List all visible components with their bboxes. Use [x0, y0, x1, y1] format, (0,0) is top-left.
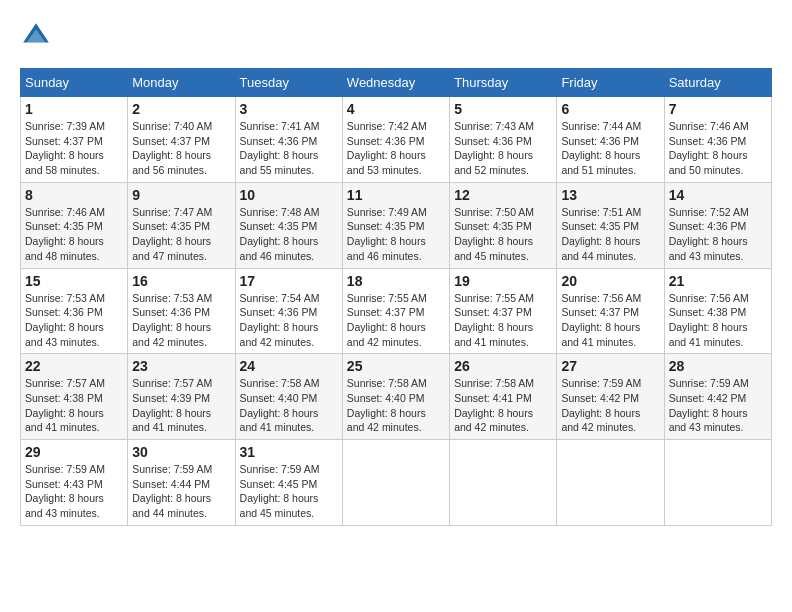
day-number: 22 [25, 358, 123, 374]
calendar-cell: 28Sunrise: 7:59 AM Sunset: 4:42 PM Dayli… [664, 354, 771, 440]
calendar-week-3: 15Sunrise: 7:53 AM Sunset: 4:36 PM Dayli… [21, 268, 772, 354]
calendar-cell: 16Sunrise: 7:53 AM Sunset: 4:36 PM Dayli… [128, 268, 235, 354]
cell-info: Sunrise: 7:41 AM Sunset: 4:36 PM Dayligh… [240, 119, 338, 178]
cell-info: Sunrise: 7:58 AM Sunset: 4:40 PM Dayligh… [240, 376, 338, 435]
day-number: 2 [132, 101, 230, 117]
calendar-cell: 23Sunrise: 7:57 AM Sunset: 4:39 PM Dayli… [128, 354, 235, 440]
calendar-cell: 25Sunrise: 7:58 AM Sunset: 4:40 PM Dayli… [342, 354, 449, 440]
cell-info: Sunrise: 7:47 AM Sunset: 4:35 PM Dayligh… [132, 205, 230, 264]
cell-info: Sunrise: 7:55 AM Sunset: 4:37 PM Dayligh… [454, 291, 552, 350]
calendar-cell: 27Sunrise: 7:59 AM Sunset: 4:42 PM Dayli… [557, 354, 664, 440]
day-number: 14 [669, 187, 767, 203]
day-number: 10 [240, 187, 338, 203]
day-number: 26 [454, 358, 552, 374]
day-number: 25 [347, 358, 445, 374]
day-number: 9 [132, 187, 230, 203]
calendar-cell: 1Sunrise: 7:39 AM Sunset: 4:37 PM Daylig… [21, 97, 128, 183]
calendar-cell: 13Sunrise: 7:51 AM Sunset: 4:35 PM Dayli… [557, 182, 664, 268]
logo-icon [20, 20, 52, 52]
weekday-header-monday: Monday [128, 69, 235, 97]
logo [20, 20, 56, 52]
weekday-header-sunday: Sunday [21, 69, 128, 97]
calendar-cell: 6Sunrise: 7:44 AM Sunset: 4:36 PM Daylig… [557, 97, 664, 183]
day-number: 21 [669, 273, 767, 289]
day-number: 19 [454, 273, 552, 289]
cell-info: Sunrise: 7:59 AM Sunset: 4:43 PM Dayligh… [25, 462, 123, 521]
day-number: 17 [240, 273, 338, 289]
day-number: 7 [669, 101, 767, 117]
calendar-cell: 20Sunrise: 7:56 AM Sunset: 4:37 PM Dayli… [557, 268, 664, 354]
calendar-cell: 11Sunrise: 7:49 AM Sunset: 4:35 PM Dayli… [342, 182, 449, 268]
weekday-header-tuesday: Tuesday [235, 69, 342, 97]
day-number: 6 [561, 101, 659, 117]
weekday-header-thursday: Thursday [450, 69, 557, 97]
weekday-header-row: SundayMondayTuesdayWednesdayThursdayFrid… [21, 69, 772, 97]
calendar-cell: 21Sunrise: 7:56 AM Sunset: 4:38 PM Dayli… [664, 268, 771, 354]
day-number: 18 [347, 273, 445, 289]
cell-info: Sunrise: 7:51 AM Sunset: 4:35 PM Dayligh… [561, 205, 659, 264]
calendar-cell [450, 440, 557, 526]
day-number: 3 [240, 101, 338, 117]
cell-info: Sunrise: 7:53 AM Sunset: 4:36 PM Dayligh… [25, 291, 123, 350]
day-number: 20 [561, 273, 659, 289]
day-number: 1 [25, 101, 123, 117]
calendar-cell: 2Sunrise: 7:40 AM Sunset: 4:37 PM Daylig… [128, 97, 235, 183]
calendar-table: SundayMondayTuesdayWednesdayThursdayFrid… [20, 68, 772, 526]
calendar-cell: 12Sunrise: 7:50 AM Sunset: 4:35 PM Dayli… [450, 182, 557, 268]
calendar-cell: 30Sunrise: 7:59 AM Sunset: 4:44 PM Dayli… [128, 440, 235, 526]
calendar-cell: 8Sunrise: 7:46 AM Sunset: 4:35 PM Daylig… [21, 182, 128, 268]
cell-info: Sunrise: 7:56 AM Sunset: 4:37 PM Dayligh… [561, 291, 659, 350]
cell-info: Sunrise: 7:59 AM Sunset: 4:42 PM Dayligh… [561, 376, 659, 435]
cell-info: Sunrise: 7:49 AM Sunset: 4:35 PM Dayligh… [347, 205, 445, 264]
day-number: 12 [454, 187, 552, 203]
day-number: 13 [561, 187, 659, 203]
cell-info: Sunrise: 7:57 AM Sunset: 4:38 PM Dayligh… [25, 376, 123, 435]
calendar-cell: 18Sunrise: 7:55 AM Sunset: 4:37 PM Dayli… [342, 268, 449, 354]
calendar-cell: 7Sunrise: 7:46 AM Sunset: 4:36 PM Daylig… [664, 97, 771, 183]
calendar-cell [557, 440, 664, 526]
day-number: 15 [25, 273, 123, 289]
cell-info: Sunrise: 7:58 AM Sunset: 4:40 PM Dayligh… [347, 376, 445, 435]
weekday-header-friday: Friday [557, 69, 664, 97]
cell-info: Sunrise: 7:52 AM Sunset: 4:36 PM Dayligh… [669, 205, 767, 264]
day-number: 24 [240, 358, 338, 374]
cell-info: Sunrise: 7:43 AM Sunset: 4:36 PM Dayligh… [454, 119, 552, 178]
calendar-cell: 9Sunrise: 7:47 AM Sunset: 4:35 PM Daylig… [128, 182, 235, 268]
cell-info: Sunrise: 7:46 AM Sunset: 4:36 PM Dayligh… [669, 119, 767, 178]
cell-info: Sunrise: 7:59 AM Sunset: 4:45 PM Dayligh… [240, 462, 338, 521]
calendar-week-1: 1Sunrise: 7:39 AM Sunset: 4:37 PM Daylig… [21, 97, 772, 183]
day-number: 4 [347, 101, 445, 117]
calendar-cell: 31Sunrise: 7:59 AM Sunset: 4:45 PM Dayli… [235, 440, 342, 526]
cell-info: Sunrise: 7:58 AM Sunset: 4:41 PM Dayligh… [454, 376, 552, 435]
cell-info: Sunrise: 7:59 AM Sunset: 4:44 PM Dayligh… [132, 462, 230, 521]
weekday-header-wednesday: Wednesday [342, 69, 449, 97]
cell-info: Sunrise: 7:44 AM Sunset: 4:36 PM Dayligh… [561, 119, 659, 178]
calendar-cell: 24Sunrise: 7:58 AM Sunset: 4:40 PM Dayli… [235, 354, 342, 440]
cell-info: Sunrise: 7:56 AM Sunset: 4:38 PM Dayligh… [669, 291, 767, 350]
calendar-cell [342, 440, 449, 526]
cell-info: Sunrise: 7:53 AM Sunset: 4:36 PM Dayligh… [132, 291, 230, 350]
cell-info: Sunrise: 7:55 AM Sunset: 4:37 PM Dayligh… [347, 291, 445, 350]
weekday-header-saturday: Saturday [664, 69, 771, 97]
calendar-cell: 15Sunrise: 7:53 AM Sunset: 4:36 PM Dayli… [21, 268, 128, 354]
calendar-cell: 14Sunrise: 7:52 AM Sunset: 4:36 PM Dayli… [664, 182, 771, 268]
calendar-cell: 5Sunrise: 7:43 AM Sunset: 4:36 PM Daylig… [450, 97, 557, 183]
calendar-cell: 3Sunrise: 7:41 AM Sunset: 4:36 PM Daylig… [235, 97, 342, 183]
calendar-cell: 22Sunrise: 7:57 AM Sunset: 4:38 PM Dayli… [21, 354, 128, 440]
day-number: 30 [132, 444, 230, 460]
calendar-cell: 29Sunrise: 7:59 AM Sunset: 4:43 PM Dayli… [21, 440, 128, 526]
day-number: 23 [132, 358, 230, 374]
calendar-cell: 19Sunrise: 7:55 AM Sunset: 4:37 PM Dayli… [450, 268, 557, 354]
day-number: 27 [561, 358, 659, 374]
calendar-cell: 10Sunrise: 7:48 AM Sunset: 4:35 PM Dayli… [235, 182, 342, 268]
calendar-cell: 17Sunrise: 7:54 AM Sunset: 4:36 PM Dayli… [235, 268, 342, 354]
day-number: 31 [240, 444, 338, 460]
calendar-week-5: 29Sunrise: 7:59 AM Sunset: 4:43 PM Dayli… [21, 440, 772, 526]
day-number: 8 [25, 187, 123, 203]
day-number: 16 [132, 273, 230, 289]
cell-info: Sunrise: 7:42 AM Sunset: 4:36 PM Dayligh… [347, 119, 445, 178]
calendar-cell [664, 440, 771, 526]
calendar-cell: 26Sunrise: 7:58 AM Sunset: 4:41 PM Dayli… [450, 354, 557, 440]
cell-info: Sunrise: 7:39 AM Sunset: 4:37 PM Dayligh… [25, 119, 123, 178]
page-header [20, 20, 772, 52]
